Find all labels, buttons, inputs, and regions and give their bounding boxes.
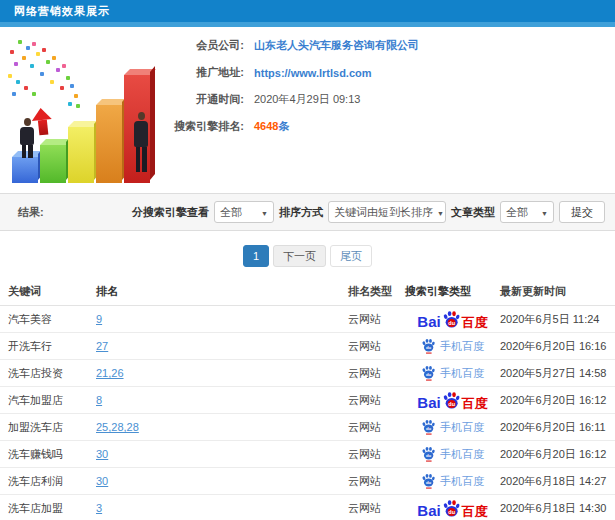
chevron-down-icon [257, 206, 268, 218]
rank-link[interactable]: 30 [96, 448, 348, 460]
bar-green [40, 145, 66, 183]
baidu-mobile-paw-icon: du [421, 419, 436, 435]
engine-filter-value: 全部 [220, 205, 242, 220]
table-row: 洗车店投资 21,26 云网站 Bai du 百度 [0, 360, 615, 387]
baidu-mobile-paw-icon: du [421, 365, 436, 381]
rank-link[interactable]: 25,28,28 [96, 421, 348, 433]
keyword-rank-table: 关键词 排名 排名类型 搜索引擎类型 最新更新时间 汽车美容 9 云网站 Bai… [0, 278, 615, 520]
svg-text:du: du [426, 480, 432, 485]
rank-type-cell: 云网站 [348, 447, 405, 462]
svg-text:du: du [448, 401, 455, 407]
rank-count-unit: 条 [278, 120, 289, 132]
table-row: 加盟洗车店 25,28,28 云网站 Bai du 百度 [0, 414, 615, 441]
result-label: 结果: [18, 205, 44, 220]
rank-type-cell: 云网站 [348, 393, 405, 408]
article-type-value: 全部 [506, 205, 528, 220]
engine-cell: Bai du 百度 [405, 391, 500, 410]
table-row: 汽车加盟店 8 云网站 Bai du 百度 [0, 387, 615, 414]
table-row: 洗车赚钱吗 30 云网站 Bai du 百度 [0, 441, 615, 468]
promo-url-link[interactable]: https://www.lrtlsd.com [254, 67, 372, 79]
engine-filter-select[interactable]: 全部 [214, 201, 274, 223]
svg-text:du: du [426, 426, 432, 431]
engine-cell: Bai du 百度 [405, 499, 500, 518]
rank-type-cell: 云网站 [348, 420, 405, 435]
svg-text:du: du [448, 509, 455, 515]
baidu-mobile-logo: du 手机百度 [421, 419, 484, 435]
keyword-cell: 开洗车行 [0, 339, 96, 354]
keyword-cell: 洗车店投资 [0, 366, 96, 381]
submit-button[interactable]: 提交 [559, 201, 605, 223]
table-row: 洗车店利润 30 云网站 Bai du 百度 [0, 468, 615, 495]
bar-yellow [68, 127, 94, 183]
rank-link[interactable]: 21,26 [96, 367, 348, 379]
keyword-cell: 洗车店利润 [0, 474, 96, 489]
baidu-pc-logo: Bai du 百度 [417, 499, 487, 518]
page-1-button[interactable]: 1 [243, 245, 269, 267]
sort-label: 排序方式 [279, 205, 323, 220]
open-time-value: 2020年4月29日 09:13 [254, 92, 360, 107]
table-body: 汽车美容 9 云网站 Bai du 百度 [0, 306, 615, 520]
engine-cell: Bai du 百度 [405, 446, 500, 462]
confetti-dots [2, 32, 6, 36]
open-time-label: 开通时间: [172, 92, 244, 107]
info-row-rank-count: 搜索引擎排名: 4648条 [172, 113, 612, 140]
engine-cell: Bai du 百度 [405, 365, 500, 381]
svg-text:du: du [448, 320, 455, 326]
update-time-cell: 2020年6月20日 16:11 [500, 420, 615, 435]
baidu-mobile-logo: du 手机百度 [421, 338, 484, 354]
baidu-paw-icon: du [442, 499, 461, 518]
col-header-rank-type: 排名类型 [348, 284, 405, 299]
pagination: 1 下一页 尾页 [0, 245, 615, 267]
rank-link[interactable]: 27 [96, 340, 348, 352]
last-page-button[interactable]: 尾页 [330, 245, 372, 267]
baidu-mobile-paw-icon: du [421, 446, 436, 462]
info-row-url: 推广地址: https://www.lrtlsd.com [172, 59, 612, 86]
rank-type-cell: 云网站 [348, 366, 405, 381]
company-name-link[interactable]: 山东老人头汽车服务咨询有限公司 [254, 38, 419, 53]
baidu-mobile-paw-icon: du [421, 473, 436, 489]
sort-select[interactable]: 关键词由短到长排序 [328, 201, 446, 223]
svg-text:du: du [426, 453, 432, 458]
rank-link[interactable]: 9 [96, 313, 348, 325]
baidu-mobile-logo: du 手机百度 [421, 365, 484, 381]
rank-count-label: 搜索引擎排名: [172, 119, 244, 134]
col-header-update-time: 最新更新时间 [500, 284, 615, 299]
page-title: 网络营销效果展示 [14, 4, 110, 19]
update-time-cell: 2020年6月18日 14:27 [500, 474, 615, 489]
rank-type-cell: 云网站 [348, 501, 405, 516]
rank-link[interactable]: 8 [96, 394, 348, 406]
engine-cell: Bai du 百度 [405, 338, 500, 354]
title-bar-accent [0, 22, 615, 27]
baidu-paw-icon: du [442, 391, 461, 410]
baidu-mobile-logo: du 手机百度 [421, 473, 484, 489]
baidu-pc-logo: Bai du 百度 [417, 310, 487, 329]
engine-cell: Bai du 百度 [405, 310, 500, 329]
table-header-row: 关键词 排名 排名类型 搜索引擎类型 最新更新时间 [0, 278, 615, 306]
keyword-cell: 汽车加盟店 [0, 393, 96, 408]
col-header-engine-type: 搜索引擎类型 [405, 284, 500, 299]
table-row: 洗车店加盟 3 云网站 Bai du 百度 [0, 495, 615, 520]
company-label: 会员公司: [172, 38, 244, 53]
keyword-cell: 加盟洗车店 [0, 420, 96, 435]
businessman-figure-right [132, 112, 150, 172]
filter-bar: 结果: 分搜索引擎查看 全部 排序方式 关键词由短到长排序 文章类型 全部 提交 [0, 193, 615, 231]
keyword-cell: 洗车店加盟 [0, 501, 96, 516]
article-type-select[interactable]: 全部 [500, 201, 554, 223]
table-row: 开洗车行 27 云网站 Bai du 百度 [0, 333, 615, 360]
table-row: 汽车美容 9 云网站 Bai du 百度 [0, 306, 615, 333]
engine-cell: Bai du 百度 [405, 419, 500, 435]
member-info-panel: 会员公司: 山东老人头汽车服务咨询有限公司 推广地址: https://www.… [172, 32, 612, 140]
update-time-cell: 2020年6月20日 16:12 [500, 447, 615, 462]
rank-type-cell: 云网站 [348, 474, 405, 489]
update-time-cell: 2020年6月18日 14:30 [500, 501, 615, 516]
svg-text:du: du [426, 345, 432, 350]
next-page-button[interactable]: 下一页 [273, 245, 326, 267]
keyword-cell: 汽车美容 [0, 312, 96, 327]
baidu-mobile-logo: du 手机百度 [421, 446, 484, 462]
engine-cell: Bai du 百度 [405, 473, 500, 489]
rank-link[interactable]: 30 [96, 475, 348, 487]
promo-url-label: 推广地址: [172, 65, 244, 80]
engine-filter-label: 分搜索引擎查看 [132, 205, 209, 220]
article-type-label: 文章类型 [451, 205, 495, 220]
rank-link[interactable]: 3 [96, 502, 348, 514]
